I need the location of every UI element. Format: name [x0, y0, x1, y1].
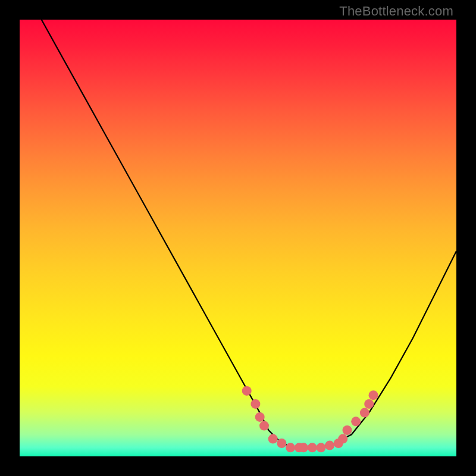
marker-point — [364, 399, 374, 409]
marker-point — [325, 441, 334, 450]
marker-point — [299, 443, 308, 452]
marker-point — [255, 412, 265, 422]
plot-area — [20, 20, 456, 456]
marker-point — [369, 390, 378, 400]
marker-point — [242, 386, 252, 396]
marker-point — [343, 425, 352, 435]
marker-point — [277, 439, 286, 448]
chart-frame: TheBottleneck.com — [0, 0, 476, 476]
marker-point — [308, 443, 317, 452]
marker-point — [259, 421, 269, 431]
marker-point — [268, 434, 278, 444]
marker-point — [360, 408, 369, 418]
marker-point — [338, 434, 347, 444]
marker-point — [351, 416, 361, 426]
marker-point — [286, 443, 295, 452]
marker-point — [250, 399, 260, 409]
bottleneck-curve — [42, 20, 456, 447]
marker-group — [242, 386, 378, 452]
marker-point — [317, 443, 326, 452]
chart-svg — [20, 20, 456, 456]
watermark-text: TheBottleneck.com — [339, 4, 453, 19]
